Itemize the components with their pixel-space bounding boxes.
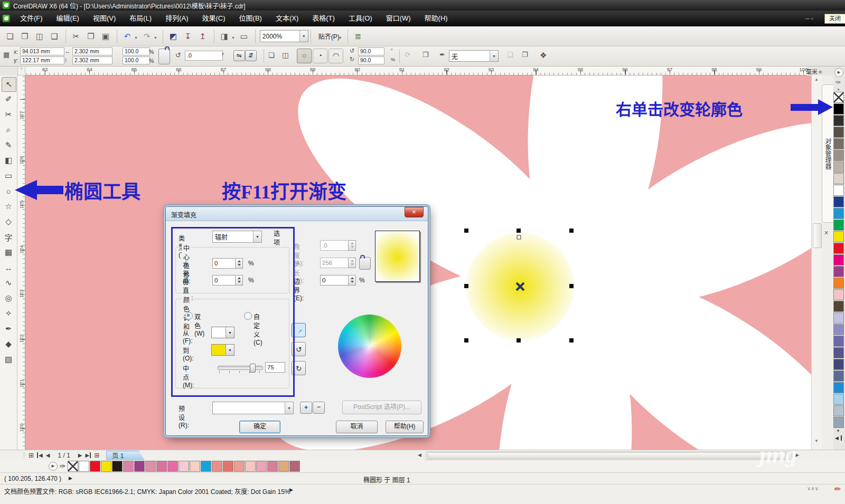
menu-item[interactable]: 表格(T): [305, 11, 342, 26]
scroll-down-icon[interactable]: ▼: [814, 439, 819, 443]
proof-color-icon[interactable]: ✏: [834, 484, 841, 494]
dialog-close-button[interactable]: ✕: [405, 207, 424, 217]
chevron-down-icon[interactable]: ▼: [339, 36, 342, 40]
lock-ratio-button[interactable]: [158, 49, 170, 64]
palette-eyedropper-icon[interactable]: ✑: [835, 79, 845, 86]
ruler-origin[interactable]: ⊹: [17, 66, 25, 75]
menu-item[interactable]: 编辑(E): [50, 11, 86, 26]
steps-lock-button[interactable]: [359, 257, 371, 270]
vertical-ruler[interactable]: 127126125124123122121120: [17, 75, 25, 450]
ellipse-mode-button[interactable]: ○: [297, 49, 312, 63]
color-swatch[interactable]: [833, 289, 844, 300]
color-swatch[interactable]: [833, 347, 844, 358]
color-swatch[interactable]: [833, 382, 844, 393]
pick-tool[interactable]: ↖: [2, 77, 16, 92]
new-document-icon[interactable]: ❏: [4, 31, 16, 42]
color-swatch[interactable]: [223, 461, 233, 472]
color-swatch[interactable]: [833, 150, 844, 161]
scale-y-field[interactable]: 100.0: [123, 56, 150, 64]
chevron-down-icon[interactable]: ▼: [134, 36, 138, 40]
docker-collapse-icon[interactable]: «: [819, 68, 822, 75]
palette-scroll-down-icon[interactable]: ▼: [836, 429, 845, 433]
color-swatch[interactable]: [833, 359, 844, 370]
add-page-icon[interactable]: ⊞: [29, 452, 34, 459]
mirror-vertical-button[interactable]: ⇵: [245, 50, 257, 61]
page-tab[interactable]: 页 1: [106, 451, 144, 460]
search-content-icon[interactable]: ◩: [167, 31, 179, 42]
rotation-field[interactable]: .0: [185, 51, 223, 61]
color-swatch[interactable]: [145, 461, 156, 472]
shape-tool[interactable]: ✐: [2, 92, 15, 106]
color-swatch[interactable]: [245, 461, 256, 472]
open-icon[interactable]: ❒: [19, 31, 31, 42]
paste-icon[interactable]: ▣: [100, 31, 111, 42]
chevron-down-icon[interactable]: ▼: [299, 31, 308, 42]
presets-combo[interactable]: ▼: [212, 402, 294, 414]
align-icon[interactable]: ◫: [282, 51, 288, 59]
color-swatch[interactable]: [833, 370, 844, 382]
color-swatch[interactable]: [833, 243, 844, 254]
interactive-fill-tool[interactable]: ▨: [2, 353, 15, 366]
horizontal-scroll-thumb[interactable]: [428, 452, 786, 459]
copy-icon[interactable]: ❐: [85, 31, 97, 42]
palette-flyout-icon[interactable]: ▶: [49, 462, 58, 471]
color-swatch[interactable]: [833, 220, 844, 231]
duplicate-icon[interactable]: ❐: [522, 51, 528, 59]
remove-preset-button[interactable]: −: [313, 402, 325, 414]
color-swatch[interactable]: [833, 278, 844, 289]
color-swatch[interactable]: [212, 461, 222, 472]
redo-icon[interactable]: ↷: [141, 31, 153, 42]
color-swatch[interactable]: [833, 301, 844, 312]
arc-start-field[interactable]: 90.0: [358, 47, 384, 55]
color-swatch[interactable]: [833, 103, 844, 115]
fullscreen-preview-icon[interactable]: ▭: [238, 31, 250, 42]
color-swatch[interactable]: [833, 254, 844, 265]
save-icon[interactable]: ◫: [34, 31, 45, 42]
previous-page-icon[interactable]: ◀: [46, 452, 50, 458]
vertical-scrollbar[interactable]: ▲ ▼: [811, 75, 822, 450]
outline-pen-tool[interactable]: ✒: [2, 322, 15, 336]
no-color-swatch[interactable]: [68, 461, 78, 472]
coords-flyout-icon[interactable]: ▶: [69, 476, 72, 481]
color-swatch[interactable]: [833, 196, 844, 207]
edge-pad-field[interactable]: 0: [320, 275, 350, 286]
next-page-icon[interactable]: ▶: [78, 452, 82, 458]
color-swatch[interactable]: [179, 461, 189, 472]
object-origin-icon[interactable]: ▦: [3, 51, 10, 59]
horizontal-scrollbar[interactable]: ◀ ▶: [426, 451, 792, 460]
to-front-of-layer-icon[interactable]: ❒: [422, 51, 429, 59]
color-swatch[interactable]: [101, 461, 111, 472]
color-swatch[interactable]: [833, 324, 844, 335]
color-swatch[interactable]: [833, 115, 844, 126]
color-swatch[interactable]: [833, 417, 844, 428]
color-swatch[interactable]: [833, 405, 844, 416]
color-swatch[interactable]: [201, 461, 211, 472]
menu-item[interactable]: 排列(A): [158, 11, 195, 26]
crop-tool[interactable]: ✂: [2, 108, 15, 121]
options-icon[interactable]: ≣: [352, 31, 364, 42]
color-swatch[interactable]: [833, 173, 844, 184]
chevron-down-icon[interactable]: ▼: [490, 51, 498, 61]
edge-pad-spinner[interactable]: [348, 275, 356, 286]
arc-end-field[interactable]: 90.0: [358, 56, 384, 64]
ellipse-tool[interactable]: ○: [2, 184, 15, 198]
outline-width-combo[interactable]: 无 ▼: [449, 50, 499, 62]
last-page-icon[interactable]: ▶: [86, 452, 91, 458]
import-icon[interactable]: ↧: [182, 31, 194, 42]
horizontal-ruler[interactable]: 8384858687888990919293949596979899100: [25, 66, 807, 75]
chevron-down-icon[interactable]: ▼: [231, 36, 235, 40]
palette-eyedropper-icon[interactable]: ✑: [60, 462, 65, 470]
drag-handle[interactable]: ⋮: [21, 452, 27, 459]
menu-item[interactable]: 工具(O): [342, 11, 379, 26]
color-swatch[interactable]: [156, 461, 167, 472]
snap-dropdown[interactable]: 贴齐(P): [318, 32, 340, 41]
color-swatch[interactable]: [833, 312, 844, 324]
menu-item[interactable]: 布局(L): [123, 11, 158, 26]
copy-properties-icon[interactable]: ❏: [507, 51, 513, 59]
text-tool[interactable]: 字: [2, 230, 15, 244]
dimension-tool[interactable]: ↔: [2, 261, 15, 274]
color-swatch[interactable]: [833, 185, 844, 196]
color-swatch[interactable]: [833, 161, 844, 173]
print-icon[interactable]: ❑: [49, 31, 60, 42]
smart-fill-tool[interactable]: ◧: [2, 154, 15, 167]
